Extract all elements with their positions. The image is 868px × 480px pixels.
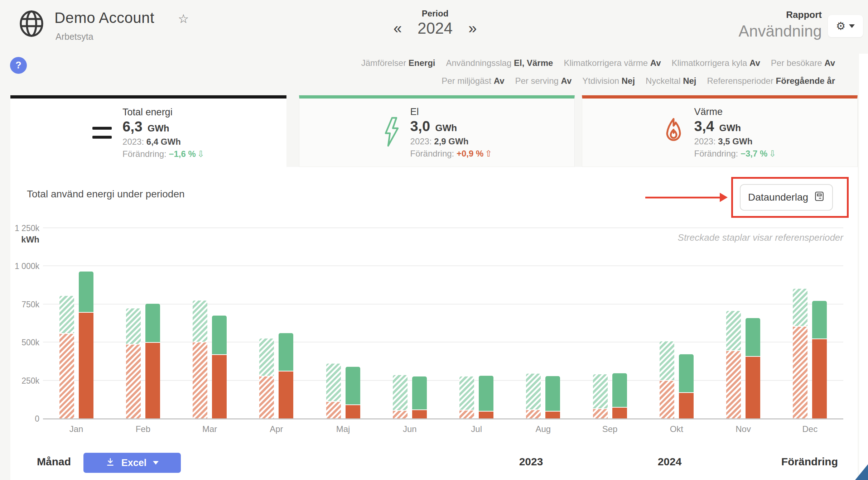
x-label-dec: Dec — [777, 424, 843, 434]
help-button[interactable]: ? — [10, 57, 27, 74]
tab-varme[interactable]: Värme 3,4 GWh 2023: 3,5 GWh Förändring: … — [582, 95, 858, 167]
card-title: El — [410, 106, 492, 117]
card-title: Värme — [694, 106, 776, 117]
bar-2023-maj-varme-segment — [326, 401, 341, 418]
month-group-mar — [177, 229, 243, 418]
month-group-okt — [643, 229, 710, 418]
y-axis-unit: kWh — [4, 235, 39, 245]
bar-2023-okt-el-segment — [660, 341, 674, 380]
bar-2023-aug-varme-segment — [526, 409, 541, 418]
setting-label: Nyckeltal — [646, 76, 683, 86]
bar-2023-nov-el-segment — [726, 311, 741, 350]
bar-2023-sep-varme-segment — [593, 408, 608, 418]
month-group-maj — [310, 229, 376, 418]
setting-j-mf-relser[interactable]: Jämförelser Energi — [361, 58, 435, 68]
trend-down-icon: ⇩ — [769, 149, 776, 158]
setting-klimatkorrigera-v-rme[interactable]: Klimatkorrigera värme Av — [564, 58, 661, 68]
annotation-arrow — [645, 197, 721, 198]
setting-anv-ndningsslag[interactable]: Användningsslag El, Värme — [446, 58, 553, 68]
x-label-maj: Maj — [310, 424, 376, 434]
bar-2024-feb-varme-segment — [145, 342, 160, 418]
bar-2023-nov — [726, 311, 741, 418]
setting-per-milj-g-st[interactable]: Per miljögäst Av — [442, 76, 504, 86]
y-axis: 0250k500k750k1 000k1 250kkWh — [4, 229, 39, 419]
bar-2024-sep-el-segment — [612, 373, 627, 407]
bar-2023-mar — [193, 301, 207, 418]
prev-year-label: 2023: — [410, 136, 432, 146]
bar-2023-jun-varme-segment — [393, 410, 408, 418]
bar-2023-jan-el-segment — [59, 296, 74, 333]
bar-2024-nov — [746, 318, 760, 418]
bar-2023-sep-el-segment — [593, 374, 608, 408]
period-selector: Period « 2024 » — [372, 9, 498, 37]
report-settings-button[interactable]: ⚙ — [828, 15, 863, 37]
change-value: +0,9 % — [457, 149, 483, 158]
bar-2024-jan-el-segment — [79, 272, 93, 312]
bar-2023-apr-el-segment — [259, 339, 274, 376]
bar-2024-jun — [412, 376, 427, 418]
scrollbar-gutter — [859, 54, 868, 480]
bar-2024-aug-el-segment — [545, 376, 560, 411]
usage-report-page: Demo Account ☆ Arbetsyta Period « 2024 »… — [0, 0, 868, 480]
table-column-manad: Månad — [37, 456, 71, 468]
x-label-nov: Nov — [710, 424, 777, 434]
table-column-2024: 2024 — [634, 456, 705, 468]
setting-referensperioder[interactable]: Referensperioder Föregående år — [707, 76, 835, 86]
bar-2024-feb-el-segment — [145, 304, 160, 342]
setting-klimatkorrigera-kyla[interactable]: Klimatkorrigera kyla Av — [672, 58, 760, 68]
bar-2023-jan-varme-segment — [59, 333, 74, 418]
bar-2024-sep-varme-segment — [612, 407, 627, 418]
tab-el[interactable]: El 3,0 GWh 2023: 2,9 GWh Förändring: +0,… — [299, 95, 575, 167]
setting-value: Av — [749, 58, 760, 68]
change-value: −3,7 % — [741, 149, 767, 158]
dataunderlag-button[interactable]: Dataunderlag — [740, 184, 833, 211]
excel-export-button[interactable]: Excel — [83, 453, 181, 473]
setting-label: Per serving — [515, 76, 561, 86]
month-group-sep — [577, 229, 643, 418]
setting-value: Föregående år — [776, 76, 835, 86]
bar-2023-apr — [259, 339, 274, 418]
setting-label: Användningsslag — [446, 58, 514, 68]
favorite-star-icon[interactable]: ☆ — [178, 11, 189, 26]
setting-value: Nej — [622, 76, 635, 86]
dataunderlag-label: Dataunderlag — [748, 192, 808, 203]
card-title: Total energi — [122, 107, 204, 118]
setting-value: Av — [494, 76, 505, 86]
setting-per-bes-kare[interactable]: Per besökare Av — [771, 58, 835, 68]
setting-ytdivision[interactable]: Ytdivision Nej — [582, 76, 635, 86]
bar-2024-jul-varme-segment — [479, 411, 493, 418]
data-table-icon — [814, 191, 825, 204]
x-axis-labels: JanFebMarAprMajJunJulAugSepOktNovDec — [43, 424, 843, 436]
setting-nyckeltal[interactable]: Nyckeltal Nej — [646, 76, 696, 86]
chevron-down-icon — [849, 24, 855, 28]
x-label-feb: Feb — [110, 424, 176, 434]
bar-2023-maj — [326, 364, 341, 418]
tab-total-energi[interactable]: Total energi 6,3 GWh 2023: 6,4 GWh Förän… — [10, 95, 286, 167]
previous-period-button[interactable]: « — [394, 21, 402, 36]
bar-chart-plot — [43, 229, 843, 419]
setting-per-serving[interactable]: Per serving Av — [515, 76, 572, 86]
bar-2023-maj-el-segment — [326, 364, 341, 401]
table-column-forandring: Förändring — [763, 456, 838, 468]
setting-label: Ytdivision — [582, 76, 621, 86]
chevron-down-icon — [153, 461, 159, 465]
settings-row-2: Per miljögäst AvPer serving AvYtdivision… — [442, 76, 835, 86]
setting-label: Jämförelser — [361, 58, 409, 68]
month-group-jan — [43, 229, 110, 418]
x-label-okt: Okt — [643, 424, 710, 434]
setting-value: Av — [824, 58, 835, 68]
bar-2023-aug-el-segment — [526, 374, 541, 409]
heat-flame-icon — [664, 117, 684, 148]
month-group-nov — [710, 229, 777, 418]
bar-2024-dec-varme-segment — [812, 339, 827, 418]
settings-row-1: Jämförelser EnergiAnvändningsslag El, Vä… — [361, 58, 835, 68]
x-label-jul: Jul — [443, 424, 510, 434]
workspace-label: Arbetsyta — [56, 32, 93, 42]
bar-2024-aug — [545, 376, 560, 418]
table-column-2023: 2023 — [495, 456, 567, 468]
bar-2024-maj-el-segment — [346, 367, 360, 404]
gear-icon: ⚙ — [836, 21, 846, 32]
month-group-feb — [110, 229, 176, 418]
next-period-button[interactable]: » — [468, 21, 477, 36]
setting-label: Referensperioder — [707, 76, 776, 86]
